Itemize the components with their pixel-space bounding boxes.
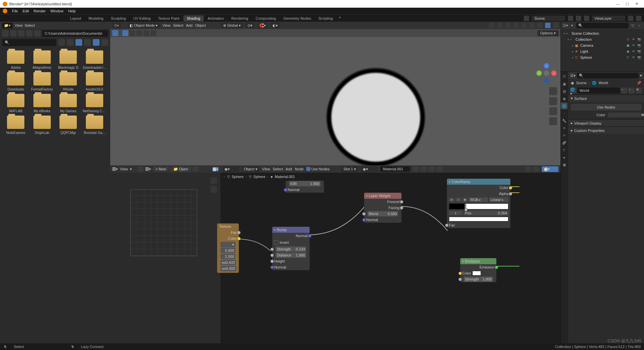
material-browse-button[interactable]: ◉▾ [361, 166, 377, 172]
world-browse-button[interactable]: 🌐▾ [570, 88, 576, 94]
shader-type-dropdown[interactable]: Object ▾ [242, 166, 260, 172]
orientation-dropdown[interactable]: ⊕ Global ▾ [221, 23, 243, 28]
folder-item[interactable]: QQPCMgr [56, 116, 81, 135]
outliner-sphere[interactable]: ▸▽Sphere ▽ 👁 📷 [562, 54, 643, 60]
props-pin-button[interactable]: 📌 [637, 81, 641, 85]
tab-layout[interactable]: Layout [67, 15, 85, 21]
path-input[interactable]: C:\Users\Administrator\Documents\ [42, 30, 108, 37]
viewport-canvas[interactable]: Z Y X [110, 37, 560, 165]
ramp-index[interactable]: 1 [449, 211, 462, 215]
tab-animation[interactable]: Animation [204, 15, 227, 21]
bread-material[interactable]: Material.001 [275, 175, 295, 179]
material-unlink-button[interactable] [429, 166, 434, 172]
folder-item[interactable]: Adobe [3, 50, 28, 69]
perspective-button[interactable] [549, 117, 557, 125]
tab-modeling[interactable]: Modeling [85, 15, 107, 21]
close-button[interactable]: ✕ [632, 2, 641, 6]
custom-properties-panel-header[interactable]: ▸Custom Properties [568, 127, 644, 134]
scene-icon[interactable] [524, 16, 529, 21]
nav-gizmo[interactable]: Z Y X [536, 63, 556, 83]
ramp-handle[interactable] [465, 208, 467, 211]
proptab-object[interactable]: ▫ [561, 110, 568, 117]
vp-gizmo-button[interactable] [497, 23, 502, 28]
tab-rendering[interactable]: Rendering [228, 15, 252, 21]
minimize-button[interactable]: — [613, 2, 623, 6]
menu-window[interactable]: Window [50, 9, 63, 13]
outliner-camera[interactable]: ▸▣Camera ▣ 👁 📷 [562, 42, 643, 48]
new-scene-button[interactable] [568, 16, 573, 21]
sphere-render-icon[interactable]: 📷 [637, 56, 641, 59]
bread-sphere-2[interactable]: Sphere [254, 175, 265, 179]
filter-button[interactable] [93, 39, 100, 46]
folder-item[interactable]: NoteExpress [3, 116, 28, 135]
tex-v4[interactable]: 0.000 [226, 267, 235, 271]
emission-color-swatch[interactable] [472, 271, 481, 276]
axis-center[interactable] [544, 70, 549, 76]
tex-v1[interactable]: 5.000 [225, 248, 234, 252]
use-nodes-checkbox[interactable]: Use Nodes [306, 167, 329, 171]
props-options-button[interactable]: ▾ [640, 73, 642, 78]
nav-newfolder-button[interactable] [34, 30, 41, 37]
proptab-render[interactable]: ☈ [561, 73, 568, 80]
node-canvas[interactable]: IOR1.900 Normal Texture Fac Color ▾ 5.00… [220, 181, 560, 346]
camera-data-icon[interactable]: ▣ [627, 44, 631, 47]
vp-xray-button[interactable] [513, 23, 518, 28]
select-box-button[interactable] [122, 30, 128, 36]
tool-cursor-button[interactable] [112, 30, 118, 36]
view-grid-button[interactable] [75, 39, 82, 46]
outliner-search[interactable]: 🔍 [576, 23, 629, 28]
folder-item[interactable]: My Games [56, 94, 81, 113]
uv-zoom-button[interactable] [210, 177, 217, 184]
folder-item[interactable]: MATLAB [3, 94, 28, 113]
world-color-swatch[interactable] [608, 113, 641, 117]
colorramp-node-header[interactable]: ▾ColorRamp [447, 179, 510, 185]
scene-selector[interactable]: Scene [532, 16, 565, 21]
proptab-output[interactable]: ▣ [561, 80, 568, 87]
world-copy-button[interactable]: ▫ [629, 88, 635, 94]
vp-object-menu[interactable]: Object [195, 23, 206, 27]
image-editor-type[interactable]: 🖼▾ [112, 167, 118, 171]
nav-refresh-button[interactable] [26, 30, 33, 37]
delete-viewlayer-button[interactable] [636, 16, 641, 21]
ramp-color-mode[interactable]: RGB ▾ [469, 197, 488, 202]
vp-select-menu[interactable]: Select [173, 23, 183, 27]
slot-dropdown[interactable]: Slot 1 ▾ [341, 166, 358, 172]
add-workspace-button[interactable]: + [339, 15, 341, 21]
bread-sphere-1[interactable]: Sphere [232, 175, 244, 179]
tab-shading[interactable]: Shading [183, 15, 203, 21]
invert-checkbox[interactable] [274, 240, 278, 244]
bump-distance[interactable]: 1.000 [296, 253, 305, 257]
ne-add-menu[interactable]: Add [286, 167, 292, 171]
proptab-particle[interactable]: ✦ [561, 125, 568, 131]
proptab-scene[interactable]: ◉ [561, 95, 568, 102]
zoom-button[interactable] [549, 87, 557, 95]
proptab-modifier[interactable]: 🔧 [561, 117, 568, 124]
col-hide-icon[interactable]: 👁 [632, 38, 636, 41]
outliner-scene-collection[interactable]: ▾▫Scene Collection [562, 30, 643, 36]
folder-item[interactable]: FormatFactory [30, 72, 55, 91]
props-type-dropdown[interactable]: ☰▾ [570, 73, 576, 78]
proptab-data[interactable]: ▽ [561, 147, 568, 153]
outliner-light[interactable]: ▸☀Light ◉ 👁 📷 [562, 48, 643, 54]
ne-select-menu[interactable]: Select [273, 167, 283, 171]
menu-render[interactable]: Render [34, 9, 46, 13]
vp-add-menu[interactable]: Add [186, 23, 193, 27]
tab-texturepaint[interactable]: Texture Paint [155, 15, 183, 21]
world-new-button[interactable]: ▫ [621, 88, 627, 94]
shader-editor-type[interactable]: ◉▾ [222, 166, 239, 172]
emission-strength[interactable]: 1.000 [482, 277, 492, 281]
ramp-color-swatch[interactable] [449, 217, 508, 221]
folder-item[interactable]: houdini18.0 [82, 72, 107, 91]
tab-geonodes[interactable]: Geometry Nodes [280, 15, 314, 21]
material-name-input[interactable]: Material.001 [380, 166, 410, 172]
menu-file[interactable]: File [12, 9, 18, 13]
3d-viewport[interactable]: ⦾▾ ◧ Object Mode ▾ View Select Add Objec… [110, 22, 560, 165]
proptab-texture[interactable]: ▦ [561, 161, 568, 168]
uv-pan-button[interactable] [210, 186, 217, 193]
viewlayer-selector[interactable]: ViewLayer [592, 16, 625, 21]
ior-value[interactable]: 1.900 [310, 182, 319, 186]
folder-item[interactable]: My eBooks [30, 94, 55, 113]
camera-view-button[interactable] [549, 107, 557, 115]
props-search[interactable]: 🔍 [577, 73, 639, 78]
options-dropdown[interactable]: Options ▾ [537, 30, 558, 36]
